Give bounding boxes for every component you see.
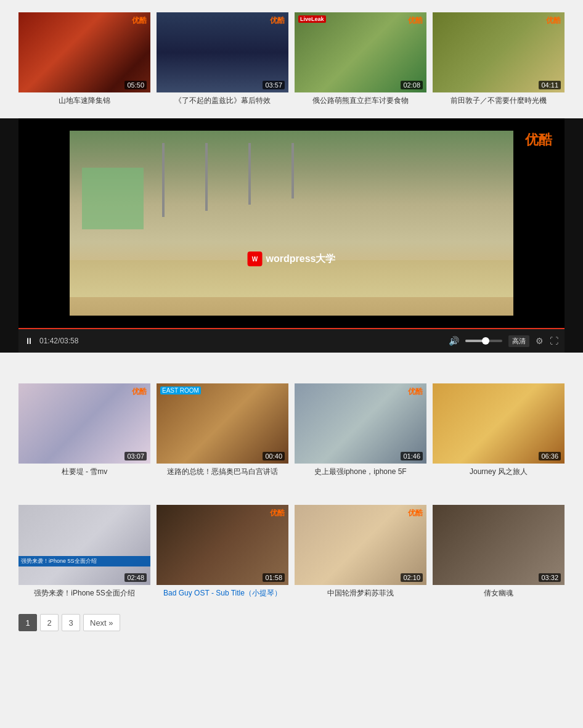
bottom2-video-2[interactable]: 优酷 01:58 Bad Guy OST - Sub Title（小提琴） bbox=[157, 505, 288, 599]
thumb-image: 优酷 02:10 bbox=[295, 505, 426, 585]
youku-badge: 优酷 bbox=[270, 15, 285, 26]
thumb-duration: 03:32 bbox=[539, 573, 561, 582]
play-pause-button[interactable]: ⏸ bbox=[25, 336, 33, 346]
player-screenshot: W wordpress大学 bbox=[70, 131, 513, 316]
page-btn-3[interactable]: 3 bbox=[62, 614, 80, 631]
top-video-1[interactable]: 优酷 05:50 山地车速降集锦 bbox=[18, 12, 150, 106]
thumb-duration: 06:36 bbox=[539, 452, 561, 460]
liveleak-badge: LiveLeak bbox=[298, 15, 326, 23]
thumb-duration: 04:11 bbox=[539, 81, 561, 89]
thumb-image: 优酷 01:46 bbox=[295, 383, 426, 464]
thumb-title: 杜要堤 - 雪mv bbox=[18, 467, 150, 477]
thumb-title: 强势来袭！iPhone 5S全面介绍 bbox=[18, 588, 150, 599]
thumb-title: 倩女幽魂 bbox=[433, 588, 565, 599]
bottom2-video-3[interactable]: 优酷 02:10 中国轮滑梦莉苏菲浅 bbox=[295, 505, 426, 599]
thumb-image: 优酷 03:07 bbox=[18, 383, 150, 464]
page-btn-2[interactable]: 2 bbox=[40, 614, 59, 631]
bottom-video-grid-1: 优酷 03:07 杜要堤 - 雪mv EAST ROOM 00:40 迷路的总统… bbox=[0, 371, 583, 483]
volume-slider[interactable] bbox=[465, 340, 502, 342]
thumb-duration: 03:57 bbox=[263, 81, 285, 89]
youku-badge: 优酷 bbox=[546, 15, 561, 26]
player-video-area[interactable]: 优酷 W wordpress大学 bbox=[18, 118, 565, 328]
thumb-image: 优酷 05:50 bbox=[18, 12, 150, 92]
player-time: 01:42/03:58 bbox=[39, 337, 78, 345]
thumb-duration: 01:46 bbox=[401, 452, 423, 460]
volume-icon: 🔊 bbox=[449, 336, 459, 346]
settings-icon[interactable]: ⚙ bbox=[536, 336, 544, 346]
thumb-duration: 00:40 bbox=[263, 452, 285, 460]
thumb-image: 03:32 bbox=[433, 505, 565, 585]
thumb-duration: 01:58 bbox=[263, 573, 285, 582]
thumb-image: 优酷 04:11 bbox=[433, 12, 565, 92]
thumb-image: 优酷 03:57 bbox=[157, 12, 288, 92]
gap-below-player bbox=[0, 359, 583, 371]
bottom1-video-3[interactable]: 优酷 01:46 史上最强iphone，iphone 5F bbox=[295, 383, 426, 477]
thumb-duration: 02:10 bbox=[401, 573, 423, 582]
thumb-image: 优酷 01:58 bbox=[157, 505, 288, 585]
thumb-image: LiveLeak 优酷 02:08 bbox=[295, 12, 426, 92]
thumb-title: 《了不起的盖兹比》幕后特效 bbox=[157, 96, 288, 106]
player-controls: ⏸ 01:42/03:58 🔊 高清 ⚙ ⛶ bbox=[18, 328, 565, 353]
youku-watermark: 优酷 bbox=[525, 131, 552, 149]
youku-badge: 优酷 bbox=[408, 508, 423, 518]
source-badge: EAST ROOM bbox=[160, 386, 201, 395]
pagination: 123Next » bbox=[0, 605, 583, 647]
hd-button[interactable]: 高清 bbox=[508, 335, 529, 347]
fullscreen-icon[interactable]: ⛶ bbox=[550, 336, 558, 346]
player-inner: 优酷 W wordpress大学 ⏸ bbox=[18, 118, 565, 353]
thumb-image: 06:36 bbox=[433, 383, 565, 464]
wp-logo-text: wordpress大学 bbox=[266, 253, 336, 266]
bottom2-video-4[interactable]: 03:32 倩女幽魂 bbox=[433, 505, 565, 599]
bottom1-video-1[interactable]: 优酷 03:07 杜要堤 - 雪mv bbox=[18, 383, 150, 477]
thumb-title: 迷路的总统！恶搞奥巴马白宫讲话 bbox=[157, 467, 288, 477]
thumb-image: 强势来袭！iPhone 5S全面介绍 02:48 bbox=[18, 505, 150, 585]
bottom1-video-2[interactable]: EAST ROOM 00:40 迷路的总统！恶搞奥巴马白宫讲话 bbox=[157, 383, 288, 477]
youku-badge: 优酷 bbox=[132, 386, 147, 397]
bottom-video-grid-2: 强势来袭！iPhone 5S全面介绍 02:48 强势来袭！iPhone 5S全… bbox=[0, 493, 583, 605]
next-page-button[interactable]: Next » bbox=[83, 614, 120, 631]
thumb-image: EAST ROOM 00:40 bbox=[157, 383, 288, 464]
page-btn-1[interactable]: 1 bbox=[18, 614, 37, 631]
thumb-duration: 02:08 bbox=[401, 81, 423, 89]
bottom2-video-1[interactable]: 强势来袭！iPhone 5S全面介绍 02:48 强势来袭！iPhone 5S全… bbox=[18, 505, 150, 599]
thumb-title: 俄公路萌熊直立拦车讨要食物 bbox=[295, 96, 426, 106]
thumb-duration: 02:48 bbox=[124, 573, 147, 582]
thumb-title: Journey 风之旅人 bbox=[433, 467, 565, 477]
top-video-3[interactable]: LiveLeak 优酷 02:08 俄公路萌熊直立拦车讨要食物 bbox=[295, 12, 426, 106]
youku-badge: 优酷 bbox=[132, 15, 147, 26]
gap-between-rows bbox=[0, 483, 583, 493]
thumb-duration: 05:50 bbox=[124, 81, 147, 89]
youku-badge: 优酷 bbox=[270, 508, 285, 518]
top-video-grid: 优酷 05:50 山地车速降集锦 优酷 03:57 《了不起的盖兹比》幕后特效 … bbox=[0, 0, 583, 112]
video-player-section: 优酷 W wordpress大学 ⏸ bbox=[0, 118, 583, 353]
thumb-duration: 03:07 bbox=[124, 452, 147, 460]
thumb-title: 山地车速降集锦 bbox=[18, 96, 150, 106]
thumb-title: Bad Guy OST - Sub Title（小提琴） bbox=[157, 588, 288, 599]
youku-badge: 优酷 bbox=[408, 15, 423, 26]
top-video-2[interactable]: 优酷 03:57 《了不起的盖兹比》幕后特效 bbox=[157, 12, 288, 106]
thumb-title: 史上最强iphone，iphone 5F bbox=[295, 467, 426, 477]
top-video-4[interactable]: 优酷 04:11 前田敦子／不需要什麼時光機 bbox=[433, 12, 565, 106]
thumb-title: 前田敦子／不需要什麼時光機 bbox=[433, 96, 565, 106]
bottom1-video-4[interactable]: 06:36 Journey 风之旅人 bbox=[433, 383, 565, 477]
promo-overlay: 强势来袭！iPhone 5S全面介绍 bbox=[18, 556, 150, 566]
youku-badge: 优酷 bbox=[408, 386, 423, 397]
thumb-title: 中国轮滑梦莉苏菲浅 bbox=[295, 588, 426, 599]
